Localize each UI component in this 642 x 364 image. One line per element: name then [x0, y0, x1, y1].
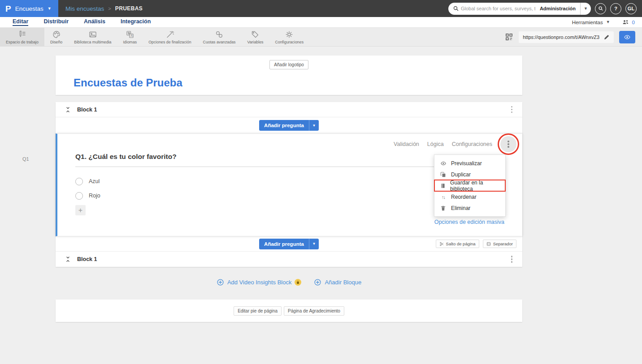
toolbar-item-biblioteca-multimedia[interactable]: Biblioteca multimedia: [68, 28, 117, 46]
library-icon: [440, 183, 446, 189]
collapse-icon[interactable]: [65, 256, 71, 263]
tools-menu[interactable]: Herramientas ▼: [572, 20, 610, 25]
toolbar-item-diseno[interactable]: Diseño: [44, 28, 68, 46]
survey-url: https://questionpro.com/t/AWnxvZ3: [523, 34, 599, 40]
chevron-down-icon: ▼: [584, 7, 588, 11]
palette-icon: [52, 30, 61, 39]
tools-label: Herramientas: [572, 20, 603, 25]
add-option-button[interactable]: +: [75, 205, 86, 215]
survey-title[interactable]: Encuestas de Prueba: [74, 77, 522, 89]
settings-link[interactable]: Configuraciones: [452, 141, 492, 147]
add-logo-button[interactable]: Añadir logotipo: [269, 60, 308, 69]
search-button[interactable]: [595, 3, 606, 14]
survey-footer-card: Editar pie de página Página de Agradecim…: [56, 300, 522, 322]
chevron-down-icon: ▼: [48, 7, 52, 11]
top-bar: P Encuestas ▼ Mis encuestas > PRUEBAS Ad…: [0, 0, 642, 17]
product-switcher[interactable]: P Encuestas ▼: [0, 0, 58, 17]
survey-url-field[interactable]: https://questionpro.com/t/AWnxvZ3: [518, 31, 614, 43]
radio-icon[interactable]: [75, 178, 83, 185]
collaborators-count: 0: [632, 20, 635, 25]
block-label[interactable]: Block 1: [77, 256, 97, 262]
tag-icon: [251, 30, 260, 39]
block-card: Block 1 Añadir pregunta ▼ Validación Lóg…: [56, 102, 522, 267]
search-scope-dropdown[interactable]: ▼: [580, 3, 591, 15]
eye-icon: [624, 34, 631, 41]
menu-item-duplicar[interactable]: Duplicar: [434, 169, 505, 180]
thank-you-page-button[interactable]: Página de Agradecimiento: [284, 306, 344, 316]
option-azul[interactable]: Azul: [75, 174, 100, 188]
qr-code-icon[interactable]: [505, 33, 513, 41]
page-break-button[interactable]: Salto de página: [436, 240, 479, 248]
topbar-actions: Administración ▼ ? GL: [448, 3, 642, 15]
menu-item-guardar-en-la-biblioteca[interactable]: Guardar en la biblioteca: [434, 180, 505, 191]
add-question-row-bottom: Añadir pregunta ▼ Salto de página Separa…: [56, 236, 522, 252]
edit-footer-button[interactable]: Editar pie de página: [234, 306, 282, 316]
tab-distribuir[interactable]: Distribuir: [43, 18, 69, 26]
add-question-dropdown[interactable]: ▼: [309, 239, 319, 249]
toolbar-item-opciones-de-finalizacion[interactable]: Opciones de finalización: [143, 28, 197, 46]
validation-link[interactable]: Validación: [394, 141, 419, 147]
toolbar-item-variables[interactable]: Variables: [241, 28, 269, 46]
admin-scope-label[interactable]: Administración: [535, 6, 580, 11]
questionpro-logo: P: [5, 4, 11, 13]
logic-link[interactable]: Lógica: [427, 141, 444, 147]
block-menu-kebab-icon[interactable]: [509, 104, 515, 115]
toolbar-item-cuotas-avanzadas[interactable]: Cuotas avanzadas: [197, 28, 242, 46]
block2-header: Block 1: [56, 252, 522, 267]
question-context-menu: Previsualizar Duplicar Guardar en la bib…: [434, 154, 506, 217]
help-button[interactable]: ?: [610, 3, 621, 14]
toolbar-right: https://questionpro.com/t/AWnxvZ3: [505, 28, 642, 46]
breadcrumb-parent[interactable]: Mis encuestas: [65, 5, 104, 12]
question-options: Azul Rojo: [75, 174, 100, 203]
add-question-button[interactable]: Añadir pregunta ▼: [259, 120, 319, 131]
section-nav: Editar Distribuir Análisis Integración H…: [0, 17, 642, 28]
tab-integracion[interactable]: Integración: [121, 18, 151, 26]
toolbar-item-espacio-de-trabajo[interactable]: Espacio de trabajo: [0, 28, 44, 46]
question-menu-kebab-icon[interactable]: [500, 136, 516, 152]
collapse-icon[interactable]: [65, 106, 71, 113]
premium-icon: [295, 279, 301, 286]
workspace-icon: [17, 30, 26, 39]
search-input[interactable]: [461, 6, 535, 11]
separator-icon: [486, 242, 491, 246]
add-question-button-2[interactable]: Añadir pregunta ▼: [259, 239, 319, 249]
collaborators[interactable]: 0: [622, 19, 635, 26]
block-label[interactable]: Block 1: [77, 107, 97, 113]
toolbar-item-configuraciones[interactable]: Configuraciones: [269, 28, 309, 46]
chain-links-icon: [215, 30, 224, 39]
question-side-label: Q1: [22, 156, 29, 162]
duplicate-icon: [440, 171, 447, 178]
search-icon: [448, 5, 461, 12]
plus-circle-icon: [217, 278, 224, 286]
tab-analisis[interactable]: Análisis: [84, 18, 105, 26]
add-video-insights-block-button[interactable]: Add Video Insights Block: [217, 278, 302, 286]
menu-item-reordenar[interactable]: ↑↓ Reordenar: [434, 191, 505, 202]
survey-header-card: Añadir logotipo Encuestas de Prueba: [56, 56, 522, 95]
radio-icon[interactable]: [75, 192, 83, 200]
survey-editor-content: Añadir logotipo Encuestas de Prueba Bloc…: [56, 56, 522, 322]
add-block-row: Add Video Insights Block Añadir Bloque: [56, 278, 522, 286]
page-break-icon: [439, 242, 444, 246]
add-question-row-top: Añadir pregunta ▼: [56, 117, 522, 133]
avatar[interactable]: GL: [625, 3, 637, 14]
breadcrumb-current: PRUEBAS: [115, 5, 143, 12]
separator-button[interactable]: Separador: [483, 240, 516, 248]
gear-icon: [285, 30, 294, 39]
edit-url-pencil-icon[interactable]: [603, 34, 610, 40]
breadcrumb: Mis encuestas > PRUEBAS: [65, 5, 143, 12]
bulk-edit-link[interactable]: Opciones de edición masiva: [434, 219, 504, 225]
question-card: Validación Lógica Configuraciones Q1. ¿C…: [56, 133, 522, 236]
tab-editar[interactable]: Editar: [13, 18, 28, 26]
nav-tabs: Editar Distribuir Análisis Integración: [13, 18, 151, 26]
menu-item-previsualizar[interactable]: Previsualizar: [434, 158, 505, 169]
option-rojo[interactable]: Rojo: [75, 188, 100, 203]
global-search[interactable]: Administración ▼: [448, 3, 591, 15]
add-question-dropdown[interactable]: ▼: [309, 120, 319, 131]
nav-right: Herramientas ▼ 0: [572, 19, 635, 26]
translate-icon: A: [126, 30, 134, 39]
preview-survey-button[interactable]: [619, 31, 635, 43]
block-menu-kebab-icon[interactable]: [509, 254, 515, 265]
toolbar-item-idiomas[interactable]: A Idiomas: [117, 28, 143, 46]
add-block-button[interactable]: Añadir Bloque: [314, 278, 361, 286]
menu-item-eliminar[interactable]: Eliminar: [434, 202, 505, 214]
